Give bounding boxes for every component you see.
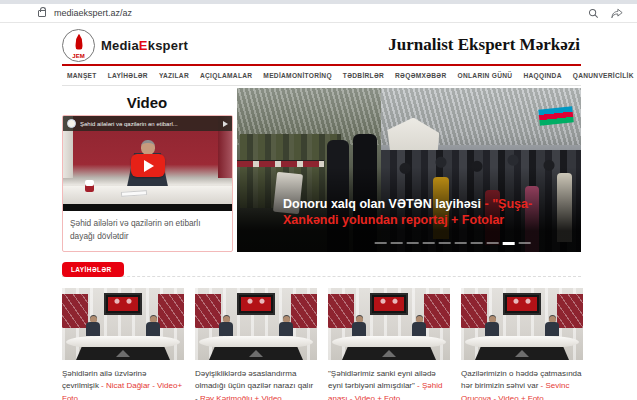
article-meta: Rəy Kərimoğlu + Video [200, 394, 282, 400]
speaker-head [141, 140, 155, 155]
page: mediaekspert.az/az JEM MediaEkspert Jurn… [0, 0, 637, 400]
nav-aciqlamalar[interactable]: AÇIQLAMALAR [200, 72, 252, 79]
studio-panel [557, 294, 583, 328]
guest-right [412, 316, 426, 336]
featured-caption[interactable]: Donoru xalq olan VƏTƏN layihəsi - "Şuşa-… [283, 196, 555, 229]
carousel-indicators [375, 242, 531, 245]
carousel-dash[interactable] [487, 242, 499, 244]
projects-badge[interactable]: LAYİHƏLƏR [62, 262, 124, 277]
azerbaijan-flag [538, 106, 573, 125]
studio-panel [328, 294, 354, 328]
studio-desk [66, 336, 180, 348]
video-section-heading: Video [62, 94, 232, 111]
studio-desk [332, 336, 446, 348]
guest-left [485, 316, 499, 336]
play-button[interactable] [131, 154, 165, 177]
carousel-dash[interactable] [375, 242, 387, 244]
ssl-lock-icon[interactable] [38, 10, 46, 17]
mug [85, 180, 94, 192]
article-caption: Qazilərimizin o həddə çatmasında hər bir… [461, 368, 583, 400]
article-caption: Dəyişikliklərdə əsaslandırma olmadığı üç… [195, 368, 317, 400]
nav-yazilar[interactable]: YAZILAR [159, 72, 189, 79]
desk-front-logo [342, 347, 436, 360]
guest-left [352, 316, 366, 336]
logo-part1: Media [101, 38, 139, 53]
nav-qanunvericilik[interactable]: QANUNVERİCİLİK [573, 72, 634, 79]
carousel-dash[interactable] [391, 242, 403, 244]
desk-front-logo [475, 347, 569, 360]
article-card-2[interactable]: Dəyişikliklərdə əsaslandırma olmadığı üç… [195, 288, 317, 400]
studio-panel [424, 294, 450, 328]
carousel-dash[interactable] [455, 242, 467, 244]
carousel-dash[interactable] [407, 242, 419, 244]
zoom-icon[interactable] [588, 8, 599, 19]
guest-left [86, 316, 100, 336]
logo-text: MediaEkspert [101, 38, 188, 53]
article-card-4[interactable]: Qazilərimizin o həddə çatmasında hər bir… [461, 288, 583, 400]
article-thumbnail [195, 288, 317, 360]
logo-part2: kspert [148, 38, 188, 53]
guest-right [545, 316, 559, 336]
nav-mediamonitorinq[interactable]: MEDİAMONİTORİNQ [263, 72, 331, 79]
studio-panel [195, 294, 221, 328]
nav-manset[interactable]: MANŞET [67, 72, 97, 79]
featured-slider[interactable]: Donoru xalq olan VƏTƏN layihəsi - "Şuşa-… [237, 88, 581, 252]
article-cards: Şəhidlərin ailə üzvlərinə çevrilmişik - … [62, 288, 581, 400]
video-overlay-title: Şəhid ailələri və qazilərin ən etibarl..… [80, 121, 178, 127]
article-caption: Şəhidlərin ailə üzvlərinə çevrilmişik - … [62, 368, 184, 400]
desk-front-logo [209, 347, 303, 360]
section-divider [62, 276, 581, 277]
video-caption[interactable]: Şəhid ailələri və qazilərin ən etibarlı … [63, 211, 232, 249]
studio-desk [199, 336, 313, 348]
nav-tedbirler[interactable]: TƏDBİRLƏR [343, 72, 384, 79]
nav-haqqinda[interactable]: HAQQINDA [523, 72, 561, 79]
site-header: JEM MediaEkspert Jurnalist Ekspert Mərkə… [62, 27, 580, 63]
share-icon[interactable] [611, 8, 623, 19]
video-titlebar: Şəhid ailələri və qazilərin ən etibarl..… [63, 116, 232, 131]
studio-panel [461, 294, 487, 328]
carousel-dash[interactable] [519, 242, 531, 244]
video-bottom-bar [63, 204, 232, 211]
guest-right [146, 316, 160, 336]
studio-panel [62, 294, 88, 328]
play-triangle-icon [144, 160, 154, 172]
channel-logo-icon[interactable] [67, 119, 76, 128]
carousel-dash[interactable] [471, 242, 483, 244]
studio-screen [370, 293, 408, 315]
carousel-dash[interactable] [423, 242, 435, 244]
nav-onlarin-gunu[interactable]: ONLARIN GÜNÜ [458, 72, 513, 79]
article-thumbnail [461, 288, 583, 360]
emblem-text: JEM [63, 53, 94, 59]
article-caption: "Şəhidlərimiz sanki eyni ailədə eyni tər… [328, 368, 450, 400]
article-card-3[interactable]: "Şəhidlərimiz sanki eyni ailədə eyni tər… [328, 288, 450, 400]
featured-title-white: Donoru xalq olan VƏTƏN layihəsi [283, 197, 481, 211]
site-logo[interactable]: JEM MediaEkspert [62, 29, 188, 62]
site-title: Jurnalist Ekspert Mərkəzi [388, 35, 580, 55]
studio-screen [104, 293, 142, 315]
article-thumbnail [328, 288, 450, 360]
guest-right [279, 316, 293, 336]
carousel-dash-active[interactable] [503, 242, 515, 245]
article-thumbnail [62, 288, 184, 360]
studio-panel [158, 294, 184, 328]
main-nav: MANŞET LAYİHƏLƏR YAZILAR AÇIQLAMALAR MED… [62, 64, 581, 86]
video-share-icon[interactable] [223, 121, 228, 127]
studio-screen [503, 293, 541, 315]
studio-screen [237, 293, 275, 315]
video-card[interactable]: Şəhid ailələri və qazilərin ən etibarl..… [62, 115, 233, 252]
desk-front-logo [76, 347, 170, 360]
carousel-dash[interactable] [439, 242, 451, 244]
logo-accent: E [139, 38, 148, 53]
video-thumbnail[interactable]: Şəhid ailələri və qazilərin ən etibarl..… [63, 116, 232, 204]
flame-icon [75, 34, 83, 50]
studio-desk [465, 336, 579, 348]
studio-panel [291, 294, 317, 328]
jem-emblem-icon: JEM [62, 29, 95, 62]
article-card-1[interactable]: Şəhidlərin ailə üzvlərinə çevrilmişik - … [62, 288, 184, 400]
nav-reqemxeber[interactable]: RƏQƏMXƏBƏR [395, 72, 446, 79]
url-text[interactable]: mediaekspert.az/az [54, 8, 132, 18]
guest-left [219, 316, 233, 336]
browser-urlbar: mediaekspert.az/az [0, 4, 637, 23]
nav-layiheler[interactable]: LAYİHƏLƏR [108, 72, 148, 79]
